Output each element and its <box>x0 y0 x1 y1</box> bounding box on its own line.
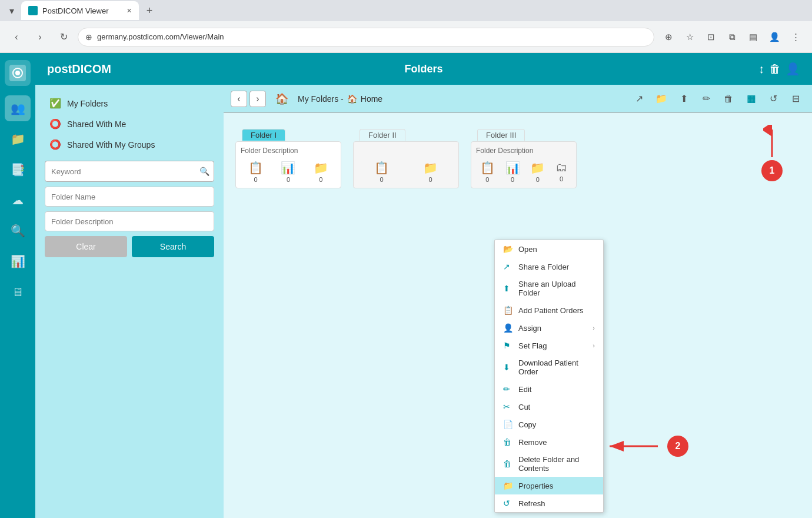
account-icon[interactable]: 👤 <box>786 62 800 76</box>
ctx-edit-label: Edit <box>518 385 531 394</box>
ctx-set-flag-icon: ⚑ <box>503 341 513 350</box>
delete-icon[interactable]: 🗑 <box>769 62 781 76</box>
folder-card-2[interactable]: Folder II 📋 0 📁 0 <box>353 141 459 188</box>
ctx-download[interactable]: ⬇ Download Patient Order <box>495 354 603 380</box>
ctx-refresh-icon: ↺ <box>503 499 513 508</box>
address-bar[interactable]: ⊕ germany.postdicom.com/Viewer/Main <box>78 28 654 47</box>
stat-num-1c: 0 <box>319 176 322 183</box>
stat-icon-1b: 📊 <box>281 161 295 175</box>
menu-icon[interactable]: ⋮ <box>786 28 805 47</box>
ctx-delete-folder[interactable]: 🗑 Delete Folder and Contents <box>495 451 603 477</box>
forward-button[interactable]: › <box>31 28 49 47</box>
screen-icon[interactable]: ⊡ <box>701 28 720 47</box>
folder-desc-2 <box>358 147 454 156</box>
stat-icon-1a: 📋 <box>248 161 263 175</box>
delete-action[interactable]: 🗑 <box>719 89 738 108</box>
ctx-cut[interactable]: ✂ Cut <box>495 398 603 416</box>
nav-item-search[interactable]: 🔍 <box>5 218 31 244</box>
folder-desc-1: Folder Description <box>241 147 336 156</box>
sidebar-item-shared-with-me[interactable]: ⭕ Shared With Me <box>45 115 214 133</box>
sort-icon[interactable]: ↕ <box>758 62 764 76</box>
sidebar-toggle-icon[interactable]: ▤ <box>744 28 763 47</box>
my-folders-icon: ✅ <box>49 98 61 109</box>
folder-card-1[interactable]: Folder I Folder Description 📋 0 📊 <box>235 141 341 188</box>
nav-forward-btn[interactable]: › <box>249 91 266 107</box>
ctx-share-folder[interactable]: ↗ Share a Folder <box>495 258 603 275</box>
ctx-share-folder-icon: ↗ <box>503 262 513 271</box>
profile-icon[interactable]: 👤 <box>765 28 784 47</box>
ctx-edit-icon: ✏ <box>503 384 513 394</box>
ctx-add-patient[interactable]: 📋 Add Patient Orders <box>495 301 603 319</box>
upload-action[interactable]: ⬆ <box>674 89 693 108</box>
ctx-share-folder-label: Share a Folder <box>518 263 569 271</box>
nav-item-folders[interactable]: 📁 <box>5 126 31 152</box>
nav-item-upload[interactable]: ☁ <box>5 187 31 213</box>
ctx-properties[interactable]: 📁 Properties <box>495 477 603 494</box>
ctx-assign[interactable]: 👤 Assign › <box>495 319 603 337</box>
ctx-add-patient-icon: 📋 <box>503 306 513 315</box>
ctx-edit[interactable]: ✏ Edit <box>495 380 603 398</box>
ctx-copy[interactable]: 📄 Copy <box>495 416 603 433</box>
sidebar-item-my-folders[interactable]: ✅ My Folders <box>45 94 214 112</box>
my-folders-label: My Folders <box>67 99 108 108</box>
ctx-remove[interactable]: 🗑 Remove <box>495 433 603 451</box>
tab-close-icon[interactable]: ✕ <box>127 7 132 15</box>
ctx-share-upload[interactable]: ⬆ Share an Upload Folder <box>495 275 603 301</box>
ctx-open[interactable]: 📂 Open <box>495 240 603 258</box>
edit-action[interactable]: ✏ <box>697 89 716 108</box>
ctx-refresh[interactable]: ↺ Refresh <box>495 494 603 512</box>
clear-button[interactable]: Clear <box>45 236 127 257</box>
nav-item-users[interactable]: 👥 <box>5 95 31 121</box>
nav-item-monitor[interactable]: 🖥 <box>5 279 31 305</box>
annotation-1: 1 <box>761 160 783 181</box>
ctx-add-patient-label: Add Patient Orders <box>518 306 584 315</box>
stat-icon-2b: 📁 <box>423 161 438 175</box>
ctx-assign-icon: 👤 <box>503 323 513 333</box>
nav-item-analytics[interactable]: 📊 <box>5 248 31 274</box>
tab-favicon <box>28 6 38 15</box>
nav-item-layers[interactable]: 📑 <box>5 157 31 182</box>
settings-action[interactable]: ⊟ <box>786 89 805 108</box>
translate-toolbar-icon[interactable]: ⊕ <box>659 28 678 47</box>
breadcrumb-home-label: Home <box>361 94 382 104</box>
back-button[interactable]: ‹ <box>7 28 26 47</box>
ctx-set-flag-arrow: › <box>593 342 595 349</box>
app-logo: postDICOM <box>47 62 111 76</box>
stat-icon-1c: 📁 <box>314 161 328 175</box>
stat-icon-3c: 📁 <box>530 161 545 175</box>
ctx-set-flag[interactable]: ⚑ Set Flag › <box>495 337 603 354</box>
stat-num-1b: 0 <box>287 176 290 183</box>
bookmark-icon[interactable]: ☆ <box>680 28 699 47</box>
stat-num-1a: 0 <box>254 176 258 183</box>
active-tab[interactable]: PostDICOM Viewer ✕ <box>21 1 139 20</box>
tab-dropdown[interactable]: ▾ <box>5 4 19 18</box>
keyword-input[interactable] <box>45 161 214 182</box>
sidebar-item-shared-groups[interactable]: ⭕ Shared With My Groups <box>45 135 214 154</box>
ctx-cut-icon: ✂ <box>503 402 513 411</box>
shared-groups-label: Shared With My Groups <box>67 140 155 150</box>
breadcrumb-home-icon: 🏠 <box>347 94 357 104</box>
stat-num-2a: 0 <box>380 176 383 183</box>
ctx-set-flag-label: Set Flag <box>518 341 547 350</box>
ctx-properties-label: Properties <box>518 482 553 490</box>
folder-name-input[interactable] <box>45 187 214 207</box>
new-folder-action[interactable]: 📁 <box>652 89 671 108</box>
extensions-icon[interactable]: ⧉ <box>723 28 741 47</box>
shared-with-me-label: Shared With Me <box>67 119 126 129</box>
nav-back-btn[interactable]: ‹ <box>231 91 247 107</box>
folder-desc-input[interactable] <box>45 211 214 231</box>
share-action[interactable]: ↗ <box>630 89 648 108</box>
refresh-action[interactable]: ↺ <box>764 89 783 108</box>
new-tab-button[interactable]: + <box>141 2 158 19</box>
stat-icon-3b: 📊 <box>505 161 520 175</box>
shared-groups-icon: ⭕ <box>49 139 61 150</box>
stat-icon-3a: 📋 <box>480 161 495 175</box>
stat-num-3c: 0 <box>536 176 540 183</box>
ctx-open-label: Open <box>518 245 537 254</box>
view-toggle-action[interactable]: ▦ <box>741 89 760 108</box>
folder-card-3[interactable]: Folder III Folder Description 📋 0 📊 <box>471 141 577 188</box>
search-button[interactable]: Search <box>132 236 214 257</box>
refresh-button[interactable]: ↻ <box>54 28 73 47</box>
folder-tab-2: Folder II <box>360 129 405 141</box>
folder-desc-3: Folder Description <box>476 147 571 156</box>
